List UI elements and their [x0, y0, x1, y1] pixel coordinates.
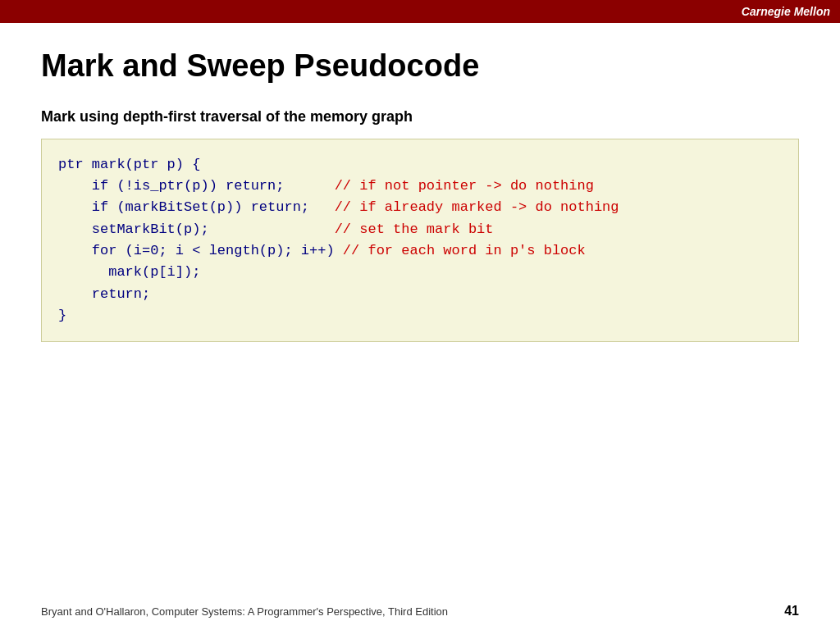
code-text: if (markBitSet(p)) return;: [58, 197, 335, 218]
code-line-2: if (!is_ptr(p)) return; // if not pointe…: [58, 176, 782, 197]
code-line-1: ptr mark(ptr p) {: [58, 154, 782, 176]
code-text: return;: [58, 284, 150, 305]
code-comment: // set the mark bit: [335, 219, 494, 240]
code-comment: // if already marked -> do nothing: [335, 197, 619, 218]
code-line-6: mark(p[i]);: [58, 262, 782, 283]
footer: Bryant and O'Hallaron, Computer Systems:…: [0, 604, 840, 619]
code-line-8: }: [58, 305, 782, 326]
code-line-7: return;: [58, 284, 782, 305]
code-line-5: for (i=0; i < length(p); i++) // for eac…: [58, 240, 782, 262]
code-text: if (!is_ptr(p)) return;: [58, 176, 335, 197]
carnegie-mellon-logo: Carnegie Mellon: [742, 5, 830, 18]
code-text: setMarkBit(p);: [58, 219, 335, 240]
page-title: Mark and Sweep Pseudocode: [41, 48, 799, 85]
subtitle: Mark using depth-first traversal of the …: [41, 108, 799, 126]
code-text: ptr mark(ptr p) {: [58, 154, 200, 176]
code-comment: // if not pointer -> do nothing: [335, 176, 594, 197]
code-block: ptr mark(ptr p) { if (!is_ptr(p)) return…: [41, 139, 799, 343]
top-bar: Carnegie Mellon: [0, 0, 840, 23]
footer-page-number: 41: [784, 604, 799, 619]
main-content: Mark and Sweep Pseudocode Mark using dep…: [0, 23, 840, 358]
code-text: mark(p[i]);: [58, 262, 200, 283]
code-line-3: if (markBitSet(p)) return; // if already…: [58, 197, 782, 218]
code-comment: // for each word in p's block: [343, 240, 586, 262]
code-text: }: [58, 305, 66, 326]
footer-citation: Bryant and O'Hallaron, Computer Systems:…: [41, 605, 448, 618]
code-text: for (i=0; i < length(p); i++): [58, 240, 343, 262]
code-line-4: setMarkBit(p); // set the mark bit: [58, 219, 782, 240]
